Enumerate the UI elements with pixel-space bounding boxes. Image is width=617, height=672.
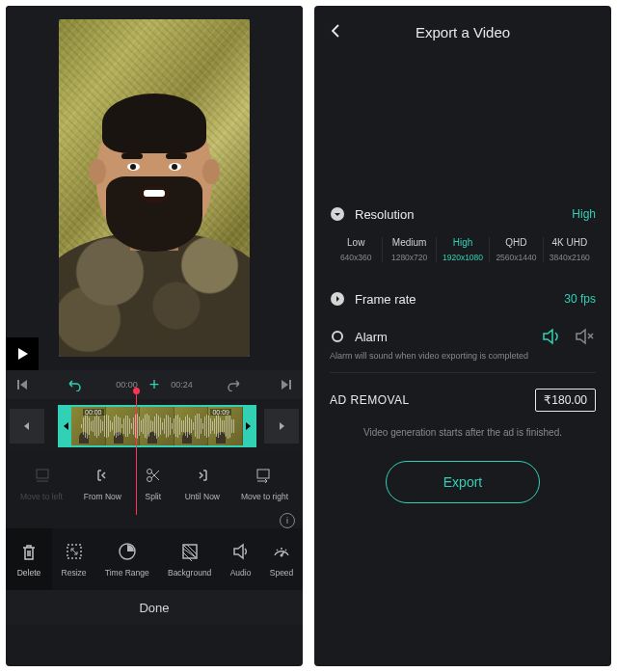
resize-icon bbox=[64, 541, 85, 562]
ad-removal-label: AD REMOVAL bbox=[330, 393, 410, 407]
export-button[interactable]: Export bbox=[386, 461, 540, 503]
undo-icon[interactable] bbox=[64, 374, 85, 395]
export-screen: Export a Video Resolution High Low640x36… bbox=[314, 6, 611, 666]
page-title: Export a Video bbox=[345, 24, 580, 40]
alarm-off-icon[interactable] bbox=[575, 328, 596, 345]
chevron-right-icon bbox=[330, 291, 345, 307]
back-icon[interactable] bbox=[328, 23, 345, 40]
move-right-icon bbox=[254, 465, 275, 486]
speed-icon bbox=[271, 541, 292, 562]
skip-end-icon[interactable] bbox=[276, 374, 297, 395]
resolution-option-medium[interactable]: Medium1280x720 bbox=[383, 237, 436, 262]
alarm-label: Alarm bbox=[355, 330, 388, 344]
from-now-icon bbox=[92, 465, 113, 486]
radio-icon[interactable] bbox=[330, 329, 345, 344]
info-icon[interactable]: i bbox=[280, 513, 295, 528]
prev-frame-icon[interactable] bbox=[10, 409, 44, 444]
skip-start-icon[interactable] bbox=[12, 374, 33, 395]
until-now-button[interactable]: Until Now bbox=[185, 465, 220, 501]
chevron-down-icon bbox=[330, 206, 345, 222]
ad-removal-row: AD REMOVAL ₹180.00 bbox=[330, 373, 596, 421]
header: Export a Video bbox=[314, 6, 611, 58]
split-icon bbox=[143, 465, 164, 486]
resolution-option-low[interactable]: Low640x360 bbox=[330, 237, 383, 262]
svg-point-1 bbox=[147, 470, 151, 474]
resolution-options: Low640x360 Medium1280x720 High1920x1080 … bbox=[330, 231, 596, 278]
add-icon[interactable]: + bbox=[149, 375, 160, 395]
redo-icon[interactable] bbox=[224, 374, 245, 395]
alarm-section: Alarm bbox=[330, 316, 596, 351]
preview-area bbox=[6, 6, 303, 370]
delete-button[interactable]: Delete bbox=[6, 528, 52, 590]
background-icon bbox=[179, 541, 201, 562]
ad-note: Video generation starts after the ad is … bbox=[330, 421, 596, 461]
audio-button[interactable]: Audio bbox=[230, 541, 252, 578]
video-clip[interactable]: 00:00 00:09 bbox=[58, 405, 256, 447]
play-button[interactable] bbox=[6, 337, 39, 370]
resolution-option-high[interactable]: High1920x1080 bbox=[437, 237, 490, 262]
resolution-option-qhd[interactable]: QHD2560x1440 bbox=[490, 237, 543, 262]
frame-rate-label: Frame rate bbox=[355, 292, 416, 307]
resolution-value: High bbox=[572, 207, 596, 221]
clip-in-time: 00:00 bbox=[83, 409, 104, 416]
from-now-button[interactable]: From Now bbox=[84, 465, 121, 501]
move-left-button: Move to left bbox=[20, 465, 63, 501]
bottom-toolbar: Delete Resize Time Range Background Audi… bbox=[6, 528, 303, 590]
timeline-track: 00:00 00:09 bbox=[6, 399, 303, 453]
resolution-label: Resolution bbox=[355, 207, 414, 222]
time-end: 00:24 bbox=[171, 380, 193, 390]
clip-out-time: 00:09 bbox=[210, 409, 231, 416]
time-range-button[interactable]: Time Range bbox=[105, 541, 149, 578]
split-button[interactable]: Split bbox=[143, 465, 164, 501]
trash-icon bbox=[18, 542, 40, 563]
resolution-option-4k[interactable]: 4K UHD3840x2160 bbox=[544, 237, 596, 262]
ad-removal-price-button[interactable]: ₹180.00 bbox=[535, 389, 596, 412]
clock-icon bbox=[117, 541, 138, 562]
speed-button[interactable]: Speed bbox=[270, 541, 294, 578]
playhead[interactable] bbox=[136, 391, 137, 515]
timeline-controls: 00:00 + 00:24 bbox=[6, 370, 303, 399]
trim-tools: Move to left From Now Split Until Now Mo… bbox=[6, 453, 303, 509]
resize-button[interactable]: Resize bbox=[62, 541, 87, 578]
resolution-section[interactable]: Resolution High bbox=[330, 193, 596, 231]
play-icon bbox=[18, 348, 28, 360]
until-now-icon bbox=[192, 465, 213, 486]
move-left-icon bbox=[31, 465, 52, 486]
next-frame-icon[interactable] bbox=[264, 409, 299, 444]
alarm-note: Alarm will sound when video exporting is… bbox=[330, 351, 596, 373]
done-button[interactable]: Done bbox=[6, 590, 303, 625]
video-preview[interactable] bbox=[59, 19, 250, 357]
alarm-on-icon[interactable] bbox=[542, 328, 561, 345]
svg-rect-3 bbox=[257, 470, 269, 478]
move-right-button[interactable]: Move to right bbox=[241, 465, 288, 501]
editor-screen: 00:00 + 00:24 00:00 00:09 Move to left bbox=[6, 6, 303, 666]
svg-point-2 bbox=[147, 477, 151, 482]
clip-area[interactable]: 00:00 00:09 bbox=[48, 405, 260, 447]
audio-icon bbox=[230, 541, 252, 562]
frame-rate-value: 30 fps bbox=[564, 292, 596, 306]
svg-rect-0 bbox=[37, 470, 48, 478]
frame-rate-section[interactable]: Frame rate 30 fps bbox=[330, 278, 596, 316]
background-button[interactable]: Background bbox=[168, 541, 211, 578]
